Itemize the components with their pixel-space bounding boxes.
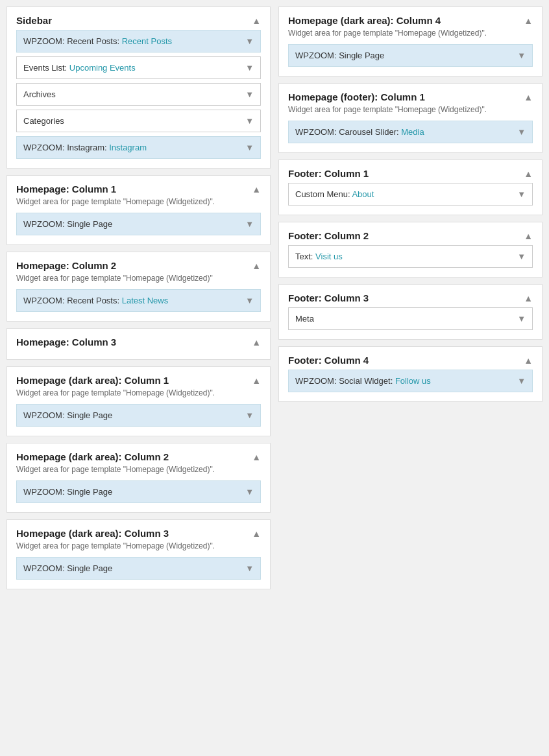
widget-area-desc: Widget area for page template "Homepage … bbox=[16, 274, 261, 283]
widget-area-title: Homepage (footer): Column 1 bbox=[288, 91, 425, 102]
widget-area-footer-col2: Footer: Column 2▲Text: Visit us▼ bbox=[278, 222, 543, 278]
widget-highlight: Follow us bbox=[395, 376, 431, 386]
widget-expand-icon[interactable]: ▼ bbox=[517, 376, 526, 386]
widget-area-header: Sidebar▲ bbox=[16, 15, 261, 26]
widget-expand-icon[interactable]: ▼ bbox=[245, 116, 254, 126]
widget-item[interactable]: WPZOOM: Carousel Slider: Media▼ bbox=[288, 121, 533, 143]
widget-item[interactable]: WPZOOM: Instagram: Instagram▼ bbox=[16, 136, 261, 159]
widget-label: Archives bbox=[23, 89, 56, 99]
widget-expand-icon[interactable]: ▼ bbox=[245, 487, 254, 497]
widget-area-homepage-dark-col3: Homepage (dark area): Column 3▲Widget ar… bbox=[6, 519, 271, 589]
widget-area-desc: Widget area for page template "Homepage … bbox=[16, 197, 261, 206]
widget-area-title: Homepage (dark area): Column 4 bbox=[288, 15, 441, 26]
widget-highlight: Upcoming Events bbox=[69, 63, 136, 73]
widget-area-desc: Widget area for page template "Homepage … bbox=[288, 29, 533, 38]
right-column: Homepage (dark area): Column 4▲Widget ar… bbox=[278, 6, 543, 402]
widget-highlight: About bbox=[352, 189, 374, 199]
widget-item[interactable]: WPZOOM: Single Page▼ bbox=[16, 404, 261, 427]
collapse-icon[interactable]: ▲ bbox=[252, 528, 261, 538]
widget-expand-icon[interactable]: ▼ bbox=[245, 89, 254, 99]
widget-expand-icon[interactable]: ▼ bbox=[517, 127, 526, 137]
widget-highlight: Latest News bbox=[122, 296, 169, 305]
widget-item[interactable]: Archives▼ bbox=[16, 83, 261, 106]
widget-area-desc: Widget area for page template "Homepage … bbox=[16, 465, 261, 474]
widget-item[interactable]: WPZOOM: Single Page▼ bbox=[16, 213, 261, 235]
widget-highlight: Media bbox=[401, 127, 424, 137]
collapse-icon[interactable]: ▲ bbox=[252, 15, 261, 25]
widget-area-title: Homepage: Column 1 bbox=[16, 183, 116, 195]
widget-area-desc: Widget area for page template "Homepage … bbox=[16, 388, 261, 397]
widget-area-title: Footer: Column 2 bbox=[288, 230, 369, 241]
widget-area-header: Footer: Column 2▲ bbox=[288, 230, 533, 241]
widget-expand-icon[interactable]: ▼ bbox=[245, 36, 254, 46]
widget-item[interactable]: WPZOOM: Social Widget: Follow us▼ bbox=[288, 370, 533, 392]
widget-item[interactable]: WPZOOM: Single Page▼ bbox=[16, 557, 261, 580]
widget-item[interactable]: WPZOOM: Single Page▼ bbox=[288, 44, 533, 67]
widget-area-homepage-col3: Homepage: Column 3▲ bbox=[6, 328, 271, 360]
widget-label: Custom Menu: About bbox=[295, 189, 374, 199]
widget-item[interactable]: Text: Visit us▼ bbox=[288, 245, 533, 268]
widget-area-header: Homepage: Column 3▲ bbox=[16, 337, 261, 348]
widget-label: WPZOOM: Recent Posts: Recent Posts bbox=[23, 36, 172, 46]
widget-area-header: Homepage (dark area): Column 1▲ bbox=[16, 375, 261, 386]
widget-area-header: Homepage (dark area): Column 3▲ bbox=[16, 528, 261, 539]
collapse-icon[interactable]: ▲ bbox=[524, 168, 533, 178]
collapse-icon[interactable]: ▲ bbox=[252, 375, 261, 385]
collapse-icon[interactable]: ▲ bbox=[524, 355, 533, 365]
widget-area-header: Homepage (dark area): Column 2▲ bbox=[16, 451, 261, 462]
widget-area-homepage-footer-col1: Homepage (footer): Column 1▲Widget area … bbox=[278, 83, 543, 153]
widget-area-sidebar: Sidebar▲WPZOOM: Recent Posts: Recent Pos… bbox=[6, 6, 271, 169]
collapse-icon[interactable]: ▲ bbox=[252, 183, 261, 194]
widget-area-footer-col4: Footer: Column 4▲WPZOOM: Social Widget: … bbox=[278, 346, 543, 402]
widget-expand-icon[interactable]: ▼ bbox=[245, 563, 254, 573]
widget-expand-icon[interactable]: ▼ bbox=[517, 189, 526, 199]
widget-area-homepage-col1: Homepage: Column 1▲Widget area for page … bbox=[6, 175, 271, 245]
collapse-icon[interactable]: ▲ bbox=[252, 451, 261, 462]
widget-highlight: Instagram bbox=[109, 143, 147, 152]
widget-label: WPZOOM: Instagram: Instagram bbox=[23, 143, 147, 152]
widget-expand-icon[interactable]: ▼ bbox=[245, 296, 254, 305]
widget-item[interactable]: WPZOOM: Recent Posts: Latest News▼ bbox=[16, 289, 261, 312]
widget-item[interactable]: WPZOOM: Single Page▼ bbox=[16, 480, 261, 503]
widget-area-header: Homepage (dark area): Column 4▲ bbox=[288, 15, 533, 26]
collapse-icon[interactable]: ▲ bbox=[524, 292, 533, 303]
widget-area-title: Homepage (dark area): Column 2 bbox=[16, 451, 169, 462]
left-column: Sidebar▲WPZOOM: Recent Posts: Recent Pos… bbox=[6, 6, 271, 589]
widget-expand-icon[interactable]: ▼ bbox=[517, 51, 526, 60]
widget-label: WPZOOM: Single Page bbox=[23, 410, 112, 420]
widget-label: Events List: Upcoming Events bbox=[23, 63, 136, 73]
widget-highlight: Visit us bbox=[315, 252, 343, 261]
widget-item[interactable]: Categories▼ bbox=[16, 110, 261, 132]
widget-area-header: Footer: Column 4▲ bbox=[288, 355, 533, 366]
widget-label: WPZOOM: Single Page bbox=[295, 51, 384, 60]
widget-expand-icon[interactable]: ▼ bbox=[245, 63, 254, 73]
widget-area-homepage-dark-col4: Homepage (dark area): Column 4▲Widget ar… bbox=[278, 6, 543, 77]
collapse-icon[interactable]: ▲ bbox=[524, 230, 533, 241]
widget-area-homepage-col2: Homepage: Column 2▲Widget area for page … bbox=[6, 252, 271, 322]
widget-area-header: Homepage (footer): Column 1▲ bbox=[288, 91, 533, 102]
widget-area-title: Sidebar bbox=[16, 15, 52, 26]
widget-expand-icon[interactable]: ▼ bbox=[517, 252, 526, 261]
widget-expand-icon[interactable]: ▼ bbox=[517, 314, 526, 324]
widget-expand-icon[interactable]: ▼ bbox=[245, 219, 254, 229]
widget-area-footer-col3: Footer: Column 3▲Meta▼ bbox=[278, 284, 543, 340]
collapse-icon[interactable]: ▲ bbox=[252, 260, 261, 270]
widget-item[interactable]: Custom Menu: About▼ bbox=[288, 183, 533, 206]
collapse-icon[interactable]: ▲ bbox=[524, 91, 533, 102]
collapse-icon[interactable]: ▲ bbox=[252, 337, 261, 347]
widget-item[interactable]: Events List: Upcoming Events▼ bbox=[16, 56, 261, 79]
widget-expand-icon[interactable]: ▼ bbox=[245, 410, 254, 420]
widget-label: WPZOOM: Single Page bbox=[23, 487, 112, 497]
widget-area-title: Homepage (dark area): Column 3 bbox=[16, 528, 169, 539]
collapse-icon[interactable]: ▲ bbox=[524, 15, 533, 25]
widget-highlight: Recent Posts bbox=[122, 36, 172, 46]
widget-expand-icon[interactable]: ▼ bbox=[245, 143, 254, 152]
widget-item[interactable]: Meta▼ bbox=[288, 307, 533, 330]
widget-area-desc: Widget area for page template "Homepage … bbox=[288, 105, 533, 114]
widget-area-title: Homepage (dark area): Column 1 bbox=[16, 375, 169, 386]
widget-area-header: Homepage: Column 2▲ bbox=[16, 260, 261, 271]
widget-label: Categories bbox=[23, 116, 64, 126]
widget-item[interactable]: WPZOOM: Recent Posts: Recent Posts▼ bbox=[16, 30, 261, 53]
widget-area-title: Footer: Column 3 bbox=[288, 292, 369, 303]
widget-area-header: Homepage: Column 1▲ bbox=[16, 183, 261, 195]
